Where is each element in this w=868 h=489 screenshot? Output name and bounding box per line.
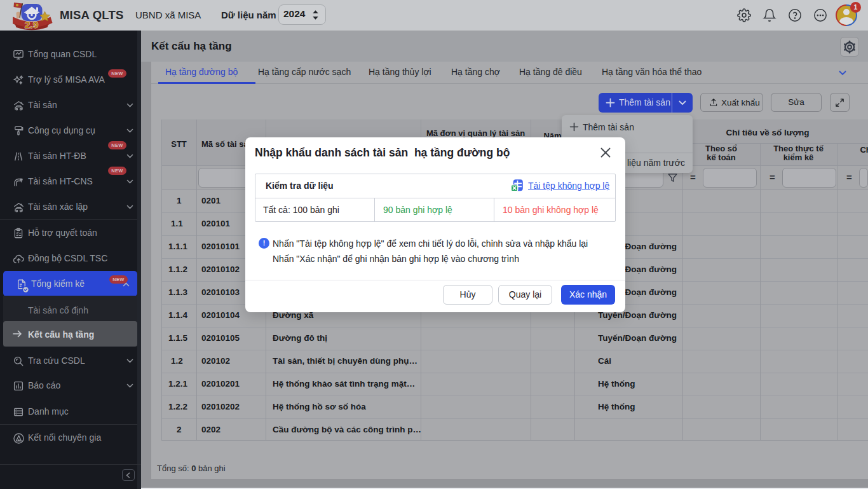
svg-text:2.9: 2.9 [25, 19, 39, 30]
